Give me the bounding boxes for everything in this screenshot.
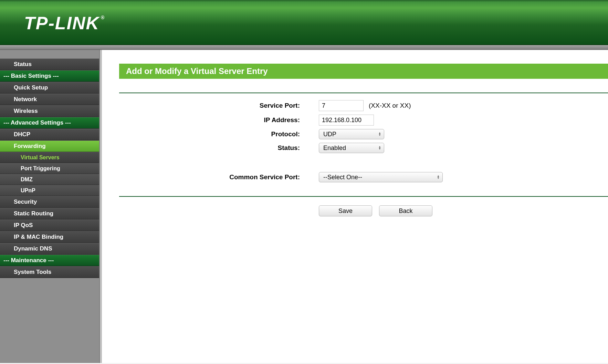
ip-address-input[interactable] [319, 115, 374, 126]
brand-logo: TP-LINK ® [24, 13, 105, 33]
brand-logo-text: TP-LINK [24, 13, 99, 33]
chevron-updown-icon: ▲▼ [437, 175, 440, 179]
protocol-select-value: UDP [323, 131, 336, 138]
sidebar-sub-dmz[interactable]: DMZ [0, 174, 99, 185]
protocol-select[interactable]: UDP ▲▼ [319, 129, 384, 139]
service-port-hint: (XX-XX or XX) [369, 102, 411, 109]
sidebar-item-forwarding[interactable]: Forwarding [0, 140, 99, 152]
status-label: Status: [119, 144, 319, 152]
sidebar-item-dhcp[interactable]: DHCP [0, 129, 99, 140]
sidebar-item-static-routing[interactable]: Static Routing [0, 208, 99, 220]
status-select-value: Enabled [323, 144, 346, 152]
sidebar-item-status[interactable]: Status [0, 58, 99, 70]
sidebar-sub-virtual-servers[interactable]: Virtual Servers [0, 152, 99, 163]
header-separator [0, 45, 608, 50]
sidebar-item-ip-qos[interactable]: IP QoS [0, 220, 99, 231]
sidebar-section-advanced: --- Advanced Settings --- [0, 117, 99, 129]
form-divider-bottom [119, 196, 608, 197]
service-port-input[interactable] [319, 100, 364, 111]
virtual-server-form: Service Port: (XX-XX or XX) IP Address: … [119, 100, 608, 182]
sidebar-section-maintenance: --- Maintenance --- [0, 255, 99, 266]
sidebar-item-network[interactable]: Network [0, 94, 99, 105]
common-service-port-value: --Select One-- [323, 174, 362, 181]
chevron-updown-icon: ▲▼ [378, 132, 381, 136]
sidebar-item-security[interactable]: Security [0, 196, 99, 208]
sidebar-item-system-tools[interactable]: System Tools [0, 266, 99, 278]
status-select[interactable]: Enabled ▲▼ [319, 143, 384, 153]
sidebar-item-quick-setup[interactable]: Quick Setup [0, 82, 99, 94]
content-panel: Add or Modify a Virtual Server Entry Ser… [102, 50, 608, 363]
common-service-port-label: Common Service Port: [119, 173, 319, 181]
sidebar-item-dynamic-dns[interactable]: Dynamic DNS [0, 243, 99, 255]
back-button[interactable]: Back [379, 205, 432, 216]
registered-icon: ® [101, 15, 105, 20]
form-divider-top [119, 93, 608, 93]
sidebar-item-ip-mac-binding[interactable]: IP & MAC Binding [0, 231, 99, 243]
header-banner: TP-LINK ® [0, 0, 608, 45]
page-title: Add or Modify a Virtual Server Entry [119, 64, 608, 79]
sidebar-nav: Status --- Basic Settings --- Quick Setu… [0, 50, 100, 363]
sidebar-item-wireless[interactable]: Wireless [0, 105, 99, 117]
ip-address-label: IP Address: [119, 116, 319, 124]
sidebar-sub-upnp[interactable]: UPnP [0, 185, 99, 196]
protocol-label: Protocol: [119, 130, 319, 138]
common-service-port-select[interactable]: --Select One-- ▲▼ [319, 172, 443, 182]
save-button[interactable]: Save [319, 205, 372, 216]
sidebar-sub-port-triggering[interactable]: Port Triggering [0, 163, 99, 174]
chevron-updown-icon: ▲▼ [378, 146, 381, 150]
sidebar-section-basic: --- Basic Settings --- [0, 70, 99, 82]
form-actions: Save Back [119, 205, 608, 216]
service-port-label: Service Port: [119, 102, 319, 109]
